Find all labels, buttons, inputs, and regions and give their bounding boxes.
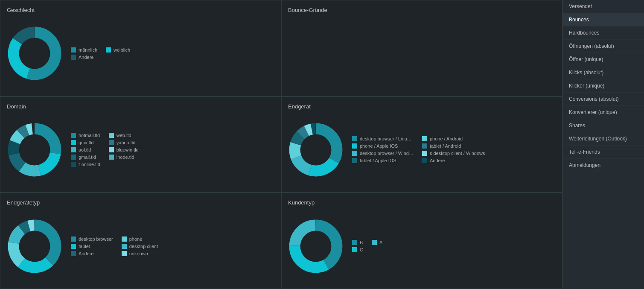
sidebar-item-versendet[interactable]: Versendet [563,0,644,13]
legend-label: phone [129,236,143,242]
sidebar-item-oeffner-unique[interactable]: Öffner (unique) [563,53,644,66]
sidebar-item-oeffnungen-absolut[interactable]: Öffnungen (absolut) [563,40,644,53]
legend-item: C [352,247,363,252]
sidebar-item-conversions-absolut[interactable]: Conversions (absolut) [563,93,644,106]
legend-color [106,47,111,53]
legend-label: hotmail.tld [79,133,100,138]
legend-item: desktop browser [71,236,113,242]
legend-color [352,136,357,141]
panel-bounce-gruende: Bounce-Gründe [281,0,562,96]
legend-domain: hotmail.tld gmx.tld aol.tld gmail.t [71,133,139,167]
sidebar-item-tell-e-friends[interactable]: Tell-e-Friends [563,146,644,159]
legend-item: Andere [71,251,113,256]
legend-item: tablet / Apple IOS [352,158,414,163]
legend-color [109,133,114,138]
legend-color [352,240,357,245]
legend-color [71,251,76,256]
legend-item: inode.tld [109,155,139,160]
legend-label: Andere [79,55,93,60]
legend-color [71,133,76,138]
legend-label: A [379,240,382,245]
legend-item: phone / Apple IOS [352,143,414,149]
legend-label: web.tld [117,133,131,138]
donut-geschlecht [7,26,62,81]
panel-kundentyp: Kundentyp B [281,193,562,289]
legend-kundentyp: B C A [352,240,382,252]
legend-item: desktop browser / Wind… [352,151,414,156]
legend-item: desktop client [122,244,158,249]
panel-endgeraetetyp: Endgerätetyp desk [0,193,281,289]
legend-color [71,55,76,60]
donut-endgeraet [288,122,344,178]
legend-color [109,140,114,145]
legend-label: männlich [79,47,97,53]
svg-point-32 [302,232,330,260]
panel-endgeraetetyp-title: Endgerätetyp [7,199,274,206]
legend-item: desktop browser / Linu… [352,136,414,141]
legend-label: Andere [430,158,445,163]
sidebar-item-klicker-unique[interactable]: Klicker (unique) [563,79,644,93]
panel-bounce-title: Bounce-Gründe [288,7,556,13]
legend-label: Andere [79,251,93,256]
panel-domain-title: Domain [7,103,274,110]
legend-label: phone / Android [430,136,463,141]
panel-endgeraetetyp-inner: desktop browser tablet Andere [7,210,274,282]
legend-item: tablet [71,244,113,249]
legend-item: Andere [71,55,97,60]
sidebar-item-shares[interactable]: Shares [563,119,644,132]
legend-color [71,162,76,167]
legend-label: yahoo.tld [117,140,136,145]
sidebar-item-hardbounces[interactable]: Hardbounces [563,26,644,40]
legend-label: gmail.tld [79,155,96,160]
legend-geschlecht: männlich Andere weiblich [71,47,130,60]
panel-kundentyp-title: Kundentyp [288,199,556,206]
donut-kundentyp [288,219,344,274]
panel-geschlecht-title: Geschlecht [7,7,274,13]
legend-color [71,236,76,242]
legend-endgeraet: desktop browser / Linu… phone / Apple IO… [352,136,485,163]
legend-label: s desktop client / Windows [430,151,485,156]
legend-item: weiblich [106,47,130,53]
legend-color [372,240,377,245]
legend-color [71,147,76,152]
legend-item: Andere [422,158,485,163]
legend-item: bluewin.tld [109,147,139,152]
legend-item: aol.tld [71,147,100,152]
sidebar-item-konvertierer-unique[interactable]: Konvertierer (unique) [563,106,644,119]
legend-label: bluewin.tld [117,147,139,152]
legend-item: gmail.tld [71,155,100,160]
svg-point-28 [21,232,49,260]
legend-item: A [372,240,382,245]
donut-endgeraetetyp [7,219,62,274]
panel-domain: Domain [0,96,281,193]
legend-color [422,158,427,163]
panel-kundentyp-inner: B C A [288,210,556,282]
legend-color [422,136,427,141]
legend-color [352,143,357,149]
sidebar: Versendet Bounces Hardbounces Öffnungen … [563,0,644,289]
panel-geschlecht-inner: männlich Andere weiblich [7,18,274,90]
legend-endgeraetetyp: desktop browser tablet Andere [71,236,158,256]
legend-item: t-online.tld [71,162,100,167]
sidebar-item-klicks-absolut[interactable]: Klicks (absolut) [563,66,644,79]
main-content: Geschlecht männlich [0,0,563,289]
legend-item: tablet / Android [422,143,485,149]
legend-item: yahoo.tld [109,140,139,145]
sidebar-item-bounces[interactable]: Bounces [563,13,644,26]
legend-color [422,151,427,156]
legend-color [71,140,76,145]
legend-label: tablet [79,244,90,249]
sidebar-item-weiterleitungen[interactable]: Weiterleitungen (Outlook) [563,132,644,146]
legend-label: inode.tld [117,155,134,160]
legend-label: gmx.tld [79,140,93,145]
sidebar-item-abmeldungen[interactable]: Abmeldungen [563,159,644,172]
legend-color [71,155,76,160]
legend-item: unknown [122,251,158,256]
legend-color [122,244,127,249]
legend-label: tablet / Android [430,143,461,149]
donut-domain [7,122,62,178]
panel-geschlecht: Geschlecht männlich [0,0,281,96]
legend-label: desktop client [129,244,158,249]
svg-point-3 [21,40,49,67]
legend-color [352,158,357,163]
